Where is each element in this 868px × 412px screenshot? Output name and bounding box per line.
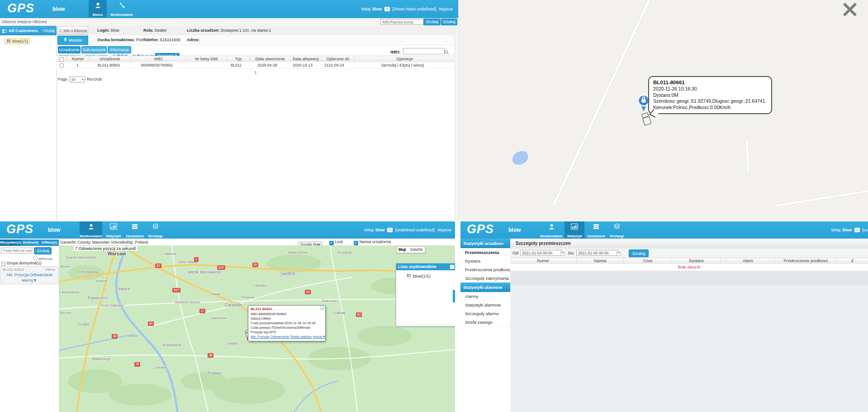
calendar-icon[interactable] [560, 250, 565, 258]
tab-recharge[interactable]: Recharge [608, 221, 626, 239]
map-town-label: Ozarow Mazowiecki [66, 255, 96, 259]
sidebar-item-dystans[interactable]: Dystans [460, 257, 514, 266]
sidebar-item-szczegoly-alarmu[interactable]: Szczegoly alarmu [460, 309, 514, 318]
map-town-label: Warka [128, 334, 138, 338]
subtab-sub-account[interactable]: Sub-account [81, 46, 107, 53]
calendar-icon[interactable] [616, 250, 621, 258]
tab-recharge[interactable]: Recharge [147, 221, 165, 239]
message-count-badge[interactable]: 1 [854, 228, 860, 232]
page-size-select[interactable]: 10▾ [70, 77, 85, 82]
all-customers-header[interactable]: All Customers +Dodaj [0, 26, 57, 35]
sidebar-item-przemieszczenia[interactable]: Przemieszczenia [460, 248, 514, 257]
tree-expand-icon[interactable]: + [1, 262, 5, 266]
device-card[interactable]: BL011-80661 Offline Akt. Pozycja Odtwarz… [0, 266, 58, 284]
sidebar-item-zatrzymania[interactable]: Szczegoly zatrzymania [460, 274, 514, 283]
map-info-tooltip: BL011-80661 2020-11-26 10:16:30 Dystans:… [648, 76, 772, 114]
allgroup-option[interactable]: AllGroup [33, 256, 52, 261]
welcome-mid-links[interactable]: [undefined undefined] [395, 228, 435, 232]
filter-tab-offline[interactable]: Offline(1) [40, 240, 59, 246]
infowindow-link-playback[interactable]: Odtwarzanie [270, 335, 289, 339]
date-from-input[interactable] [520, 250, 562, 256]
tooltip-distance: Dystans:0M [653, 92, 767, 99]
user-list-item[interactable]: blow(1/1) [406, 273, 431, 278]
collapse-icon[interactable]: − [450, 265, 454, 269]
map-town-label: Tarczyn [59, 311, 71, 315]
sidebar-section-device-stats[interactable]: Statystyki urzadzen [460, 239, 513, 248]
col-sim: Nr karty SIM [186, 56, 227, 62]
tab-biznes[interactable]: Biznes [89, 0, 107, 17]
device-card-links[interactable]: Akt. Pozycja Odtwarzanie [1, 273, 58, 277]
tab-monitorowanie[interactable]: Monitorowanie [80, 221, 102, 239]
device-search-button[interactable]: Szukaj [34, 247, 52, 254]
map-town-label: Grodzisk Mazowiecki [59, 290, 79, 294]
search-client-button[interactable]: Szukaj kli [441, 19, 457, 25]
sidebar-section-alarm-stats[interactable]: Statystyki alarmow [460, 283, 513, 292]
cell-urzadzenie: BL011-80661 [88, 62, 130, 68]
osoba-label: Osoba kontaktowa: [97, 38, 135, 42]
group-label: Grupa domyslna(1) [7, 261, 42, 265]
message-count-badge[interactable]: 0 [384, 7, 390, 11]
row-checkbox[interactable] [57, 62, 66, 68]
account-search-input[interactable] [380, 19, 425, 25]
sidebar-item-statystyki-alarmow[interactable]: Statystyki alarmow [460, 301, 514, 310]
tab-monitor-label: Monitor [69, 38, 82, 43]
select-all-checkbox[interactable] [57, 56, 67, 62]
filter-tab-online[interactable]: Online(0) [21, 240, 40, 246]
tab-statystyki[interactable]: Statystyki [564, 221, 584, 239]
device-table-row[interactable]: 1 BL011-80661 860689030780661 BL011 2020… [57, 62, 455, 69]
welcome-prefix: Witaj: [364, 228, 375, 232]
cell-operations-links[interactable]: Sprzedaj | Edytuj | wiecej [351, 62, 455, 68]
lock-checkbox[interactable]: ✓ Lock [329, 240, 343, 245]
group-tree-node[interactable]: + Grupa domyslna(1) [1, 261, 42, 266]
gps-logo: GPS [7, 1, 34, 15]
device-search-input[interactable] [1, 248, 34, 254]
tab-zarzadzanie-label: Zarzadzanie [586, 235, 606, 238]
filter-tab-all[interactable]: Wszystko(1) [0, 240, 21, 246]
sidebar-item-przekroczenia[interactable]: Przekroczenia predkosci [460, 265, 514, 274]
col-truncated: Z [837, 258, 868, 264]
customer-tree-item[interactable]: blow(1/1) [5, 38, 30, 44]
message-count-badge[interactable]: 0 [387, 228, 393, 232]
q1-sidebar: All Customers +Dodaj blow(1/1) [0, 26, 57, 220]
change-password-link[interactable]: [Zmien haslo undefined] [393, 7, 436, 11]
sidebar-item-alarmy[interactable]: Alarmy [460, 292, 514, 301]
map-button[interactable]: Map [398, 247, 406, 252]
satellite-button[interactable]: Satelite [410, 247, 422, 252]
panel-map-lightbox: BL011-80661 2020-11-26 10:16:30 Dystans:… [458, 0, 868, 220]
cell-imei: 860689030780661 [130, 62, 184, 68]
device-card-more-link[interactable]: wiecej▼ [1, 278, 58, 283]
tab-zarzadzanie[interactable]: Zarzadzanie [125, 221, 145, 239]
search-device-button[interactable]: Szukaj urz [423, 19, 441, 25]
q1-welcome-text: Witaj: blow 0 [Zmien haslo undefined] Wy… [361, 7, 453, 11]
allgroup-label: AllGroup [38, 257, 52, 261]
tab-monitorowanie[interactable]: Monitorowanie [109, 0, 135, 17]
road-badge: 48 [208, 353, 213, 358]
map-lake [511, 150, 530, 166]
panel-collapse-handle[interactable] [453, 290, 455, 302]
google-map[interactable]: Warsaw Ozarow Mazowiecki Blonie Pruszkow… [59, 245, 455, 412]
tab-statystyki[interactable]: Statystyki [104, 221, 123, 239]
stats-search-button[interactable]: Szukaj [629, 249, 649, 257]
subtab-informacje[interactable]: Informacje [108, 46, 131, 53]
date-to-input[interactable] [576, 250, 618, 256]
tab-monitorowanie[interactable]: Monitorowanie [540, 221, 563, 239]
add-customer-button[interactable]: +Dodaj [43, 29, 55, 33]
imei-search-input[interactable] [403, 48, 445, 54]
device-name-checkbox[interactable]: ✓ Nazwa urzadzenia [354, 240, 391, 245]
tab-monitor[interactable]: Monitor [57, 36, 88, 45]
tab-client-info[interactable]: Info o kliencie [57, 26, 88, 35]
subtab-urzadzenie[interactable]: Urzadzenie [58, 46, 81, 53]
logout-link[interactable]: Wyjscie [437, 228, 451, 232]
tab-zarzadzanie[interactable]: Zarzadzanie [586, 221, 606, 239]
sidebar-item-strefa-zasiegu[interactable]: Strefa zasiegu [460, 318, 514, 327]
infowindow-link-geofence[interactable]: Strefa zasiegu [290, 335, 312, 339]
infowindow-link-position[interactable]: Akt. Pozycja [251, 335, 269, 339]
pagination-current-page[interactable]: 1 [57, 70, 455, 75]
infowindow-link-more[interactable]: wiecej▼ [313, 335, 326, 339]
infowindow-close-icon[interactable]: × [320, 306, 324, 310]
q3-header-username: blow [48, 227, 60, 233]
logout-link[interactable]: Wyjscie [439, 7, 453, 11]
pin-icon [63, 38, 67, 43]
close-icon[interactable] [841, 2, 859, 19]
welcome-mid-truncated: [un [862, 228, 868, 232]
